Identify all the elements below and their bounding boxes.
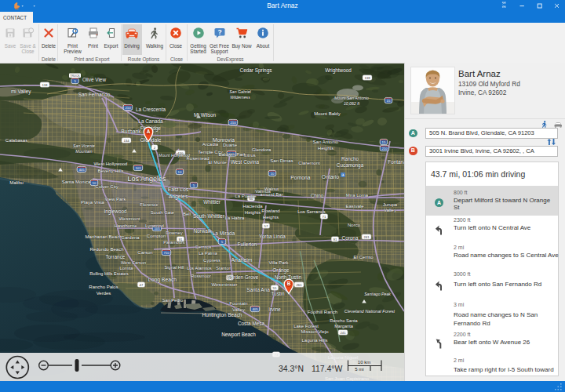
svg-text:South Gate: South Gate xyxy=(151,210,175,215)
svg-text:El Monte: El Monte xyxy=(208,160,227,165)
svg-text:71: 71 xyxy=(323,215,326,219)
svg-text:405: 405 xyxy=(252,307,258,311)
svg-text:Long Beach: Long Beach xyxy=(148,277,177,283)
svg-text:Redondo Beach: Redondo Beach xyxy=(89,247,123,252)
svg-text:Mira Loma: Mira Loma xyxy=(346,193,369,198)
svg-text:Fontana: Fontana xyxy=(388,159,404,165)
svg-text:10,062 ft: 10,062 ft xyxy=(344,101,360,106)
svg-text:241: 241 xyxy=(340,331,346,335)
svg-text:Rancho Palos: Rancho Palos xyxy=(89,285,118,289)
svg-text:Los Serranos: Los Serranos xyxy=(297,209,326,214)
svg-text:Walnut: Walnut xyxy=(264,187,279,191)
svg-text:Beverly Hills: Beverly Hills xyxy=(97,169,123,173)
svg-text:East Los: East Los xyxy=(168,187,189,192)
svg-text:San Fernando: San Fernando xyxy=(78,92,111,97)
svg-text:Yorba Linda: Yorba Linda xyxy=(259,234,286,239)
svg-text:Margarita: Margarita xyxy=(334,324,354,328)
svg-text:Mission Viejo: Mission Viejo xyxy=(301,329,329,334)
svg-text:Cypress: Cypress xyxy=(203,258,221,263)
svg-text:La Crescenta: La Crescenta xyxy=(136,107,166,112)
svg-text:Olive View: Olive View xyxy=(82,77,106,82)
svg-text:Bell: Bell xyxy=(183,212,191,216)
svg-text:La Canada: La Canada xyxy=(138,118,163,124)
svg-text:Santa Ana: Santa Ana xyxy=(246,287,270,292)
svg-text:Manhattan Beach: Manhattan Beach xyxy=(85,234,122,239)
svg-text:Playa Vista: Playa Vista xyxy=(81,200,105,205)
svg-text:Ontario: Ontario xyxy=(322,174,340,180)
svg-text:B: B xyxy=(287,281,291,286)
svg-text:10 km: 10 km xyxy=(358,360,370,365)
svg-text:Eastvale: Eastvale xyxy=(345,204,364,209)
svg-text:Rancho: Rancho xyxy=(341,156,359,162)
svg-text:Cedar Springs: Cedar Springs xyxy=(240,67,272,74)
svg-text:Chino: Chino xyxy=(311,193,324,198)
svg-text:Glendora: Glendora xyxy=(252,147,272,152)
svg-text:10: 10 xyxy=(271,172,275,176)
svg-text:Malibu: Malibu xyxy=(9,180,24,185)
svg-text:101: 101 xyxy=(135,166,141,170)
svg-text:Paramount: Paramount xyxy=(163,240,185,245)
svg-text:West Carson: West Carson xyxy=(121,260,146,265)
svg-text:San Antonio: San Antonio xyxy=(313,140,339,144)
svg-text:San Dimas: San Dimas xyxy=(270,158,293,163)
svg-text:Costa Mesa: Costa Mesa xyxy=(238,321,265,326)
svg-text:A: A xyxy=(147,129,151,134)
svg-text:15: 15 xyxy=(382,140,386,144)
svg-text:Santa Monica: Santa Monica xyxy=(62,180,91,184)
svg-text:Huntington Beach: Huntington Beach xyxy=(202,312,242,318)
svg-text:Norco: Norco xyxy=(348,223,361,227)
svg-text:San Pedro: San Pedro xyxy=(162,298,183,303)
svg-text:Mount Hollywood: Mount Hollywood xyxy=(159,153,191,158)
svg-text:117.4°W: 117.4°W xyxy=(312,365,342,373)
svg-text:Carson: Carson xyxy=(137,250,152,255)
svg-text:Mount San Antonio: Mount San Antonio xyxy=(334,96,369,100)
svg-text:Westminster: Westminster xyxy=(211,282,237,287)
svg-text:San Gabriel: San Gabriel xyxy=(229,89,251,94)
svg-text:Rossmoor: Rossmoor xyxy=(191,274,211,278)
svg-text:Calabasas: Calabasas xyxy=(5,138,27,143)
svg-text:Laguna Hills: Laguna Hills xyxy=(301,338,327,343)
svg-text:Rowland: Rowland xyxy=(261,209,279,213)
svg-text:Hawthorne: Hawthorne xyxy=(114,223,137,228)
svg-text:Downey: Downey xyxy=(166,230,183,235)
svg-text:Stanton: Stanton xyxy=(216,266,231,270)
svg-text:South Whittier: South Whittier xyxy=(193,213,225,219)
svg-text:Arcadia: Arcadia xyxy=(202,142,219,147)
svg-text:Foothill Ranch: Foothill Ranch xyxy=(308,310,337,314)
svg-text:241: 241 xyxy=(363,235,370,239)
svg-text:Westmont: Westmont xyxy=(119,216,140,221)
svg-text:710: 710 xyxy=(163,251,170,255)
svg-text:La Habra: La Habra xyxy=(225,216,245,220)
svg-text:Baldwin Park: Baldwin Park xyxy=(218,152,246,157)
svg-text:Tustin: Tustin xyxy=(271,291,285,296)
svg-text:Mount Baldy: Mount Baldy xyxy=(314,111,340,116)
svg-text:57: 57 xyxy=(264,224,268,228)
svg-text:Mountain: Mountain xyxy=(75,149,92,154)
svg-text:Corona: Corona xyxy=(342,235,359,241)
svg-text:Fullerton: Fullerton xyxy=(238,241,257,247)
svg-text:Gardena: Gardena xyxy=(121,235,140,240)
svg-text:34.3°N: 34.3°N xyxy=(279,365,304,373)
svg-text:55: 55 xyxy=(273,286,277,290)
svg-text:5 mi: 5 mi xyxy=(355,367,363,372)
svg-text:Villa Park: Villa Park xyxy=(268,260,289,265)
svg-text:Valley: Valley xyxy=(384,208,396,212)
svg-text:Hacienda: Hacienda xyxy=(242,204,263,209)
svg-text:Duarte: Duarte xyxy=(223,143,238,147)
svg-text:Irvine: Irvine xyxy=(268,307,281,312)
svg-text:Anaheim: Anaheim xyxy=(231,257,253,263)
svg-text:Florence: Florence xyxy=(140,202,159,207)
svg-text:Mt Wilson: Mt Wilson xyxy=(194,112,216,118)
svg-text:Torrance: Torrance xyxy=(106,254,126,260)
svg-text:TRUCK: TRUCK xyxy=(70,74,80,78)
svg-text:West Hollywood: West Hollywood xyxy=(94,162,128,166)
svg-text:Verdes: Verdes xyxy=(97,291,111,296)
svg-text:210: 210 xyxy=(125,106,131,110)
svg-text:Cerritos: Cerritos xyxy=(195,245,211,249)
svg-text:Orange: Orange xyxy=(272,267,290,274)
svg-text:amond Bar: amond Bar xyxy=(260,192,282,197)
svg-text:Inglewood: Inglewood xyxy=(104,209,127,215)
svg-text:Los Angeles: Los Angeles xyxy=(127,175,166,183)
svg-text:?: ? xyxy=(217,28,221,36)
svg-text:Lomita: Lomita xyxy=(120,266,134,270)
